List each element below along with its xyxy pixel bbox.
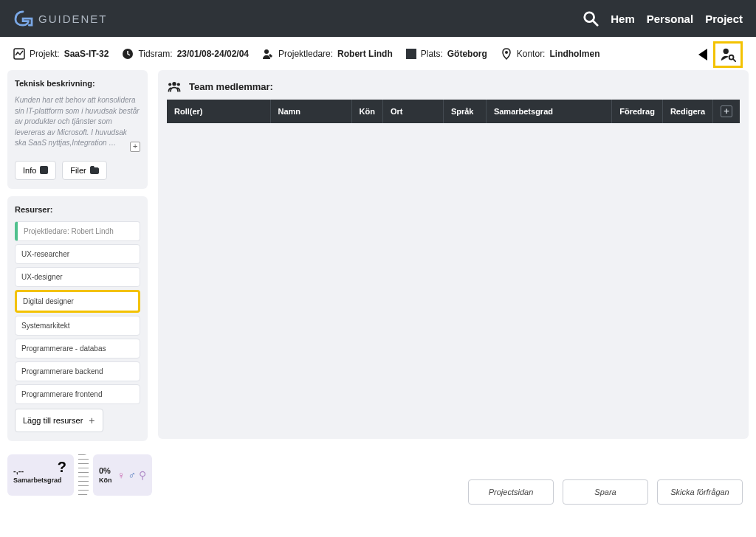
brand-logo: GUIDENET [13,10,108,27]
plus-icon: + [89,415,94,426]
question-icon: ? [58,459,66,476]
male-icon: ♂ [128,469,137,481]
filer-button[interactable]: Filer [62,161,106,180]
nav-project[interactable]: Project [705,13,743,25]
expand-description-button[interactable]: + [130,142,140,152]
col-redigera[interactable]: Redigera [662,100,712,123]
col-namn[interactable]: Namn [270,100,351,123]
svg-point-10 [168,83,171,86]
resource-item[interactable]: Systemarkitekt [15,316,140,336]
resource-item[interactable]: UX-designer [15,267,140,287]
resource-item[interactable]: Programmerare frontend [15,384,140,404]
svg-point-11 [177,83,180,86]
add-member-button[interactable]: + [721,105,732,117]
resource-item[interactable]: Programmerare backend [15,361,140,381]
nonbinary-icon: ⚲ [139,469,146,481]
teknisk-panel: Teknisk beskrivning: Kunden har ett beho… [7,70,148,189]
top-navbar: GUIDENET Hem Personal Project [0,0,756,37]
info-ledare: Projektledare: Robert Lindh [262,48,393,60]
female-icon: ♀ [117,469,126,481]
nav-right: Hem Personal Project [583,10,743,27]
svg-point-5 [505,51,508,54]
pin-icon [501,48,512,60]
info-plats: Plats: Göteborg [406,49,487,59]
svg-point-9 [172,82,176,86]
nav-hem[interactable]: Hem [611,13,635,25]
col-foredrag[interactable]: Föredrag [612,100,663,123]
search-icon[interactable] [583,10,599,27]
project-info-bar: Projekt: SaaS-IT-32 Tidsram: 23/01/08-24… [0,37,756,70]
info-tidsram: Tidsram: 23/01/08-24/02/04 [122,48,249,60]
projectsidan-button[interactable]: Projectsidan [468,479,554,505]
info-kontor: Kontor: Lindholmen [501,48,600,60]
brand-name: GUIDENET [38,13,108,25]
square-icon [406,49,416,59]
ruler-icon [78,454,89,496]
stat-gender: 0% Kön ♀ ♂ ⚲ [93,454,152,496]
stats-row: ? -,-- Samarbetsgrad 0% Kön ♀ ♂ ⚲ [7,454,152,496]
resource-item[interactable]: Programmerare - databas [15,339,140,358]
gender-icons: ♀ ♂ ⚲ [117,469,146,481]
user-search-button[interactable] [713,41,743,68]
person-search-icon [720,46,736,63]
logo-icon [13,10,34,27]
svg-line-1 [593,21,597,25]
col-samarbetsgrad[interactable]: Samarbetsgrad [486,100,611,123]
folder-icon [90,166,99,174]
team-title: Team medlemmar: [189,81,273,92]
teknisk-title: Teknisk beskrivning: [15,79,140,88]
svg-line-8 [733,59,735,61]
add-resource-button[interactable]: Lägg till resurser + [15,409,103,432]
info-icon [40,166,48,174]
nav-personal[interactable]: Personal [647,13,693,25]
col-roller[interactable]: Roll(er) [167,100,270,123]
svg-point-6 [724,49,729,54]
teknisk-text: Kunden har ett behov att konsolidera sin… [15,95,140,152]
col-ort[interactable]: Ort [382,100,443,123]
resource-item-highlight[interactable]: Digital designer [15,290,140,313]
resource-list: Projektledare: Robert Lindh UX-researche… [15,221,140,404]
resurser-panel: Resurser: Projektledare: Robert Lindh UX… [7,196,148,441]
resource-item[interactable]: UX-researcher [15,244,140,264]
chart-icon [13,48,25,60]
resource-item[interactable]: Projektledare: Robert Lindh [15,221,140,241]
spara-button[interactable]: Spara [563,479,648,505]
stat-samarbetsgrad: ? -,-- Samarbetsgrad [7,454,74,496]
team-icon [167,80,182,92]
resurser-title: Resurser: [15,205,140,214]
team-panel: Team medlemmar: Roll(er) Namn Kön Ort Sp… [158,70,749,439]
clock-icon [122,48,134,60]
skicka-button[interactable]: Skicka förfrågan [657,479,743,505]
col-sprak[interactable]: Språk [443,100,486,123]
footer-actions: Projectsidan Spara Skicka förfrågan [468,479,743,505]
team-table: Roll(er) Namn Kön Ort Språk Samarbetsgra… [167,100,740,123]
person-edit-icon [262,48,274,60]
info-projekt: Projekt: SaaS-IT-32 [13,48,109,60]
info-button[interactable]: Info [15,161,56,180]
col-kon[interactable]: Kön [351,100,382,123]
collapse-arrow-icon[interactable] [698,49,707,60]
svg-point-4 [264,49,269,54]
